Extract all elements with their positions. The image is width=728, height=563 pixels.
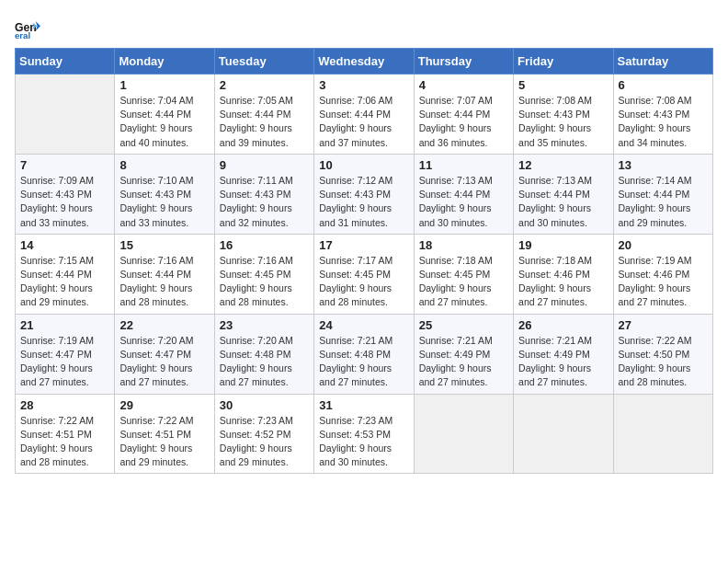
- day-number: 5: [518, 78, 608, 92]
- day-number: 23: [220, 318, 309, 332]
- calendar-week-row: 1Sunrise: 7:04 AM Sunset: 4:44 PM Daylig…: [16, 75, 713, 155]
- calendar-week-row: 28Sunrise: 7:22 AM Sunset: 4:51 PM Dayli…: [16, 394, 713, 474]
- calendar-cell: 7Sunrise: 7:09 AM Sunset: 4:43 PM Daylig…: [16, 154, 115, 234]
- day-info: Sunrise: 7:11 AM Sunset: 4:43 PM Dayligh…: [220, 174, 309, 230]
- day-info: Sunrise: 7:14 AM Sunset: 4:44 PM Dayligh…: [619, 174, 708, 230]
- day-number: 9: [220, 158, 309, 172]
- day-number: 24: [319, 318, 408, 332]
- calendar-cell: 25Sunrise: 7:21 AM Sunset: 4:49 PM Dayli…: [414, 314, 513, 394]
- logo-icon: Gen eral: [15, 15, 40, 40]
- weekday-header: Tuesday: [214, 49, 313, 75]
- day-number: 20: [619, 238, 708, 252]
- day-number: 11: [419, 158, 508, 172]
- calendar-cell: 11Sunrise: 7:13 AM Sunset: 4:44 PM Dayli…: [414, 154, 513, 234]
- calendar-header-row: SundayMondayTuesdayWednesdayThursdayFrid…: [16, 49, 713, 75]
- page-header: Gen eral: [15, 15, 713, 40]
- day-info: Sunrise: 7:22 AM Sunset: 4:51 PM Dayligh…: [20, 414, 109, 470]
- weekday-header: Thursday: [414, 49, 513, 75]
- weekday-header: Friday: [514, 49, 613, 75]
- calendar-cell: 29Sunrise: 7:22 AM Sunset: 4:51 PM Dayli…: [115, 394, 214, 474]
- calendar-week-row: 7Sunrise: 7:09 AM Sunset: 4:43 PM Daylig…: [16, 154, 713, 234]
- day-number: 10: [319, 158, 408, 172]
- day-number: 21: [20, 318, 109, 332]
- calendar-cell: 27Sunrise: 7:22 AM Sunset: 4:50 PM Dayli…: [613, 314, 712, 394]
- calendar-cell: 23Sunrise: 7:20 AM Sunset: 4:48 PM Dayli…: [214, 314, 313, 394]
- calendar-cell: 20Sunrise: 7:19 AM Sunset: 4:46 PM Dayli…: [613, 234, 712, 314]
- day-number: 12: [518, 158, 608, 172]
- calendar-cell: 4Sunrise: 7:07 AM Sunset: 4:44 PM Daylig…: [414, 75, 513, 155]
- calendar-cell: 8Sunrise: 7:10 AM Sunset: 4:43 PM Daylig…: [115, 154, 214, 234]
- calendar-cell: [514, 394, 613, 474]
- calendar-cell: 15Sunrise: 7:16 AM Sunset: 4:44 PM Dayli…: [115, 234, 214, 314]
- day-info: Sunrise: 7:12 AM Sunset: 4:43 PM Dayligh…: [319, 174, 408, 230]
- day-number: 14: [20, 238, 109, 252]
- calendar-cell: 26Sunrise: 7:21 AM Sunset: 4:49 PM Dayli…: [514, 314, 613, 394]
- calendar-cell: 6Sunrise: 7:08 AM Sunset: 4:43 PM Daylig…: [613, 75, 712, 155]
- day-info: Sunrise: 7:21 AM Sunset: 4:49 PM Dayligh…: [518, 334, 608, 390]
- day-info: Sunrise: 7:18 AM Sunset: 4:46 PM Dayligh…: [518, 254, 608, 310]
- day-info: Sunrise: 7:13 AM Sunset: 4:44 PM Dayligh…: [518, 174, 608, 230]
- day-info: Sunrise: 7:07 AM Sunset: 4:44 PM Dayligh…: [419, 94, 508, 150]
- calendar-cell: 9Sunrise: 7:11 AM Sunset: 4:43 PM Daylig…: [214, 154, 313, 234]
- day-number: 29: [119, 398, 209, 412]
- day-number: 4: [419, 78, 508, 92]
- day-number: 26: [518, 318, 608, 332]
- weekday-header: Sunday: [16, 49, 115, 75]
- day-number: 25: [419, 318, 508, 332]
- calendar-cell: 28Sunrise: 7:22 AM Sunset: 4:51 PM Dayli…: [16, 394, 115, 474]
- day-info: Sunrise: 7:22 AM Sunset: 4:51 PM Dayligh…: [119, 414, 209, 470]
- day-number: 22: [119, 318, 209, 332]
- day-info: Sunrise: 7:16 AM Sunset: 4:45 PM Dayligh…: [220, 254, 309, 310]
- calendar-table: SundayMondayTuesdayWednesdayThursdayFrid…: [15, 48, 713, 474]
- day-number: 15: [119, 238, 209, 252]
- weekday-header: Saturday: [613, 49, 712, 75]
- day-info: Sunrise: 7:06 AM Sunset: 4:44 PM Dayligh…: [319, 94, 408, 150]
- day-number: 27: [619, 318, 708, 332]
- svg-text:eral: eral: [15, 30, 30, 40]
- calendar-cell: [613, 394, 712, 474]
- calendar-cell: 17Sunrise: 7:17 AM Sunset: 4:45 PM Dayli…: [314, 234, 414, 314]
- calendar-cell: 3Sunrise: 7:06 AM Sunset: 4:44 PM Daylig…: [314, 75, 414, 155]
- calendar-cell: 19Sunrise: 7:18 AM Sunset: 4:46 PM Dayli…: [514, 234, 613, 314]
- calendar-week-row: 21Sunrise: 7:19 AM Sunset: 4:47 PM Dayli…: [16, 314, 713, 394]
- day-info: Sunrise: 7:15 AM Sunset: 4:44 PM Dayligh…: [20, 254, 109, 310]
- day-info: Sunrise: 7:04 AM Sunset: 4:44 PM Dayligh…: [119, 94, 209, 150]
- weekday-header: Monday: [115, 49, 214, 75]
- day-info: Sunrise: 7:08 AM Sunset: 4:43 PM Dayligh…: [619, 94, 708, 150]
- day-info: Sunrise: 7:10 AM Sunset: 4:43 PM Dayligh…: [119, 174, 209, 230]
- calendar-cell: 13Sunrise: 7:14 AM Sunset: 4:44 PM Dayli…: [613, 154, 712, 234]
- day-number: 28: [20, 398, 109, 412]
- day-info: Sunrise: 7:16 AM Sunset: 4:44 PM Dayligh…: [119, 254, 209, 310]
- day-number: 17: [319, 238, 408, 252]
- day-number: 16: [220, 238, 309, 252]
- calendar-cell: 14Sunrise: 7:15 AM Sunset: 4:44 PM Dayli…: [16, 234, 115, 314]
- calendar-cell: 2Sunrise: 7:05 AM Sunset: 4:44 PM Daylig…: [214, 75, 313, 155]
- day-info: Sunrise: 7:05 AM Sunset: 4:44 PM Dayligh…: [220, 94, 309, 150]
- calendar-cell: 22Sunrise: 7:20 AM Sunset: 4:47 PM Dayli…: [115, 314, 214, 394]
- day-info: Sunrise: 7:09 AM Sunset: 4:43 PM Dayligh…: [20, 174, 109, 230]
- day-number: 30: [220, 398, 309, 412]
- day-info: Sunrise: 7:21 AM Sunset: 4:49 PM Dayligh…: [419, 334, 508, 390]
- calendar-cell: 31Sunrise: 7:23 AM Sunset: 4:53 PM Dayli…: [314, 394, 414, 474]
- day-number: 13: [619, 158, 708, 172]
- day-number: 3: [319, 78, 408, 92]
- day-info: Sunrise: 7:13 AM Sunset: 4:44 PM Dayligh…: [419, 174, 508, 230]
- day-info: Sunrise: 7:23 AM Sunset: 4:52 PM Dayligh…: [220, 414, 309, 470]
- day-info: Sunrise: 7:19 AM Sunset: 4:47 PM Dayligh…: [20, 334, 109, 390]
- day-number: 7: [20, 158, 109, 172]
- day-info: Sunrise: 7:21 AM Sunset: 4:48 PM Dayligh…: [319, 334, 408, 390]
- day-number: 1: [119, 78, 209, 92]
- day-info: Sunrise: 7:20 AM Sunset: 4:47 PM Dayligh…: [119, 334, 209, 390]
- calendar-cell: [16, 75, 115, 155]
- calendar-cell: 5Sunrise: 7:08 AM Sunset: 4:43 PM Daylig…: [514, 75, 613, 155]
- calendar-week-row: 14Sunrise: 7:15 AM Sunset: 4:44 PM Dayli…: [16, 234, 713, 314]
- day-info: Sunrise: 7:20 AM Sunset: 4:48 PM Dayligh…: [220, 334, 309, 390]
- calendar-cell: [414, 394, 513, 474]
- weekday-header: Wednesday: [314, 49, 414, 75]
- day-number: 2: [220, 78, 309, 92]
- calendar-cell: 18Sunrise: 7:18 AM Sunset: 4:45 PM Dayli…: [414, 234, 513, 314]
- day-number: 18: [419, 238, 508, 252]
- calendar-cell: 24Sunrise: 7:21 AM Sunset: 4:48 PM Dayli…: [314, 314, 414, 394]
- calendar-cell: 21Sunrise: 7:19 AM Sunset: 4:47 PM Dayli…: [16, 314, 115, 394]
- calendar-cell: 12Sunrise: 7:13 AM Sunset: 4:44 PM Dayli…: [514, 154, 613, 234]
